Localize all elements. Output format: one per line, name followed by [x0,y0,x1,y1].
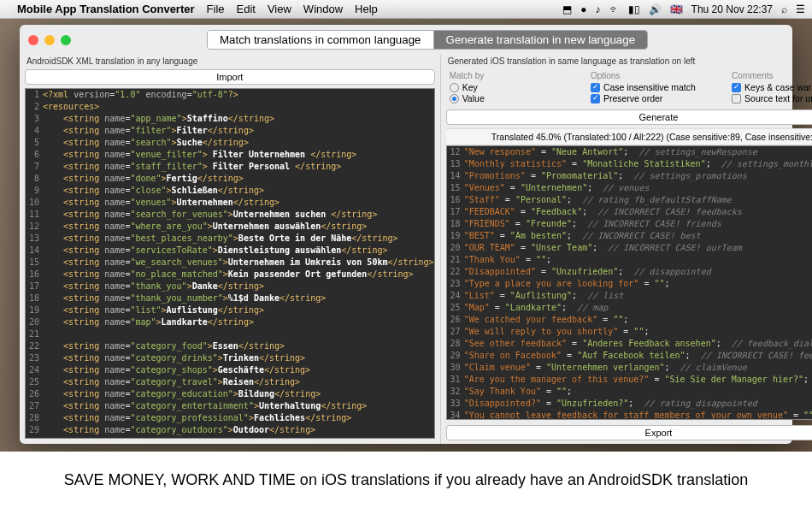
wifi-icon[interactable]: ᯤ [609,3,620,15]
code-line[interactable]: 33"Disappointed?" = "Unzufrieden?"; // r… [447,398,812,410]
code-line[interactable]: 34"You cannot leave feedback for staff m… [447,410,812,420]
code-line[interactable]: 5 <string name="search">Suche</string> [26,137,434,149]
code-line[interactable]: 18 <string name="thank_you_number">%1$d … [26,292,434,304]
check-source-label: Source text for untranslated [744,93,812,103]
code-line[interactable]: 3 <string name="app_name">Staffino</stri… [26,113,434,125]
check-preserve[interactable] [591,94,600,103]
mode-segmented: Match translations in common language Ge… [207,30,648,50]
code-line[interactable]: 15 <string name="we_search_venues">Unter… [26,257,434,269]
code-line[interactable]: 26"We catched your feedback" = ""; [447,314,812,326]
code-line[interactable]: 24 <string name="category_shops">Geschäf… [26,364,434,376]
code-line[interactable]: 30"Claim venue" = "Unternehmen verlangen… [447,362,812,374]
seg-match[interactable]: Match translations in common language [208,31,434,49]
code-line[interactable]: 15"Venues" = "Unternehmen"; // venues [447,182,812,194]
app-name[interactable]: Mobile App Translation Converter [17,3,195,15]
export-button[interactable]: Export [446,425,812,440]
code-line[interactable]: 29"Share on Facebook" = "Auf Facebook te… [447,350,812,362]
volume-icon[interactable]: 🔊 [649,3,662,15]
code-line[interactable]: 21"Thank You" = ""; [447,254,812,266]
menubar: Mobile App Translation Converter File Ed… [0,0,812,19]
code-line[interactable]: 29 <string name="category_outdoors">Outd… [26,424,434,436]
code-line[interactable]: 9 <string name="close">Schließen</string… [26,185,434,197]
caption: SAVE MONEY, WORK AND TIME on iOS transla… [0,452,812,508]
code-line[interactable]: 19 <string name="list">Auflistung</strin… [26,304,434,316]
code-line[interactable]: 11 <string name="search_for_venues">Unte… [26,209,434,221]
menu-edit[interactable]: Edit [237,3,256,15]
right-header: Generated iOS translation in same langua… [441,55,812,69]
code-line[interactable]: 13 <string name="best_places_nearby">Bes… [26,233,434,245]
check-case[interactable] [591,83,600,92]
minimize-button[interactable] [44,35,55,45]
check-source[interactable] [732,94,741,103]
radio-value[interactable] [450,94,459,103]
code-line[interactable]: 22"Disappointed" = "Unzufrieden"; // dis… [447,266,812,278]
menu-window[interactable]: Window [303,3,343,15]
maximize-button[interactable] [61,35,71,45]
code-line[interactable]: 23 <string name="category_drinks">Trinke… [26,352,434,364]
code-line[interactable]: 14 <string name="servicesToRate">Dienstl… [26,245,434,257]
code-line[interactable]: 18"FRIENDS" = "Freunde"; // INCORRECT CA… [447,218,812,230]
code-line[interactable]: 22 <string name="category_food">Essen</s… [26,340,434,352]
titlebar: Match translations in common language Ge… [20,25,792,55]
code-line[interactable]: 25"Map" = "Landkarte"; // map [447,302,812,314]
code-line[interactable]: 27"We will reply to you shortly" = ""; [447,326,812,338]
code-line[interactable]: 31"Are you the manager of this venue?" =… [447,374,812,386]
seg-generate[interactable]: Generate translation in new language [434,31,648,49]
check-preserve-label: Preserve order [603,93,662,103]
code-line[interactable]: 19"BEST" = "Am besten"; // INCORRECT CAS… [447,230,812,242]
radio-value-label: Value [462,93,485,103]
radio-key[interactable] [450,83,459,92]
menu-view[interactable]: View [268,3,291,15]
check-keys[interactable] [732,83,741,92]
code-line[interactable]: 20 <string name="map">Landkarte</string> [26,316,434,328]
code-line[interactable]: 8 <string name="done">Fertig</string> [26,173,434,185]
code-line[interactable]: 10 <string name="venues">Unternehmen</st… [26,197,434,209]
code-line[interactable]: 4 <string name="filter">Filter</string> [26,125,434,137]
code-line[interactable]: 2<resources> [26,101,434,113]
flag-icon[interactable]: 🇬🇧 [670,3,683,15]
code-line[interactable]: 17 <string name="thank_you">Danke</strin… [26,281,434,292]
code-line[interactable]: 20"OUR TEAM" = "Unser Team"; // INCORREC… [447,242,812,254]
code-line[interactable]: 32"Say Thank You" = ""; [447,386,812,398]
right-code-editor[interactable]: 12"New response" = "Neue Antwort"; // se… [446,145,812,420]
code-line[interactable]: 25 <string name="category_travel">Reisen… [26,376,434,388]
menu-help[interactable]: Help [355,3,378,15]
menubar-right: ⬒ ● ♪ ᯤ ▮▯ 🔊 🇬🇧 Thu 20 Nov 22:37 ⌕ ☰ [562,3,805,15]
code-line[interactable]: 23"Type a place you are looking for" = "… [447,278,812,290]
code-line[interactable]: 6 <string name="venue_filter"> Filter Un… [26,149,434,161]
code-line[interactable]: 17"FEEDBACK" = "Feedback"; // INCORRECT … [447,206,812,218]
menu-file[interactable]: File [207,3,225,15]
radio-key-label: Key [462,82,478,92]
bell-icon[interactable]: ♪ [596,3,601,15]
datetime[interactable]: Thu 20 Nov 22:37 [691,3,773,15]
matchby-header: Match by [450,71,585,80]
left-pane: AndroidSDK XML translation in any langua… [20,55,441,444]
search-icon[interactable]: ⌕ [781,3,787,15]
code-line[interactable]: 30 <string name="category_residence">Unt… [26,436,434,439]
import-button[interactable]: Import [25,69,435,85]
status-text: Translated 45.0% (Translated:100 / All:2… [446,128,812,145]
code-line[interactable]: 12"New response" = "Neue Antwort"; // se… [447,146,812,158]
close-button[interactable] [28,35,38,45]
check-case-label: Case insensitive match [603,82,696,92]
code-line[interactable]: 1<?xml version="1.0" encoding="utf-8"?> [26,89,434,101]
code-line[interactable]: 26 <string name="category_education">Bil… [26,388,434,400]
code-line[interactable]: 12 <string name="where_are_you">Unterneh… [26,221,434,233]
left-code-editor[interactable]: 1<?xml version="1.0" encoding="utf-8"?>2… [25,88,435,439]
code-line[interactable]: 13"Monthly statistics" = "Monatliche Sta… [447,158,812,170]
code-line[interactable]: 28"See other feedback" = "Anderes Feedba… [447,338,812,350]
dropbox-icon[interactable]: ⬒ [562,3,572,15]
code-line[interactable]: 14"Promotions" = "Promomaterial"; // set… [447,170,812,182]
code-line[interactable]: 28 <string name="category_professional">… [26,412,434,424]
code-line[interactable]: 7 <string name="staff_filter"> Filter Pe… [26,161,434,173]
comments-header: Comments [732,71,812,80]
code-line[interactable]: 24"List" = "Auflistung"; // list [447,290,812,302]
code-line[interactable]: 16"Staff" = "Personal"; // rating_fb_def… [447,194,812,206]
battery-icon[interactable]: ▮▯ [628,3,640,15]
code-line[interactable]: 21 [26,328,434,340]
code-line[interactable]: 27 <string name="category_entertainment"… [26,400,434,412]
code-line[interactable]: 16 <string name="no_place_matched">Kein … [26,269,434,281]
list-icon[interactable]: ☰ [796,3,805,15]
generate-button[interactable]: Generate [446,109,812,125]
status-icon[interactable]: ● [580,3,586,15]
